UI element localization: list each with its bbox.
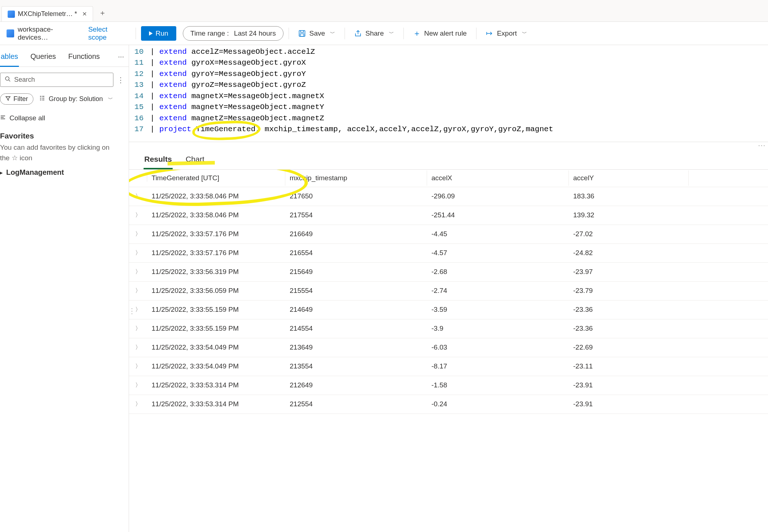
table-row[interactable]: 〉11/25/2022, 3:33:53.314 PM212649-1.58-2… bbox=[129, 376, 768, 395]
run-label: Run bbox=[156, 29, 168, 37]
cell-mxchip-timestamp: 216649 bbox=[285, 226, 427, 242]
cell-mxchip-timestamp: 215554 bbox=[285, 283, 427, 298]
results-tab-results[interactable]: Results bbox=[144, 153, 173, 169]
annotation-highlight bbox=[168, 161, 215, 165]
code-line[interactable]: | extend accelZ=MessageObject.accelZ bbox=[150, 47, 768, 57]
column-header[interactable]: TimeGenerated [UTC] bbox=[147, 170, 285, 186]
column-header[interactable]: accelY bbox=[569, 170, 689, 186]
chevron-down-icon: ﹀ bbox=[389, 30, 394, 37]
save-button[interactable]: Save ﹀ bbox=[294, 27, 339, 40]
cell-timegenerated: 11/25/2022, 3:33:55.159 PM bbox=[147, 321, 285, 336]
select-scope-link[interactable]: Select scope bbox=[88, 25, 125, 41]
query-tab[interactable]: MXChipTelemetr… * ✕ bbox=[1, 6, 93, 21]
table-row[interactable]: 〉11/25/2022, 3:33:55.159 PM214649-3.59-2… bbox=[129, 301, 768, 319]
table-row[interactable]: 〉11/25/2022, 3:33:57.176 PM216649-4.45-2… bbox=[129, 225, 768, 244]
save-label: Save bbox=[309, 29, 325, 37]
run-button[interactable]: Run bbox=[141, 26, 176, 41]
table-row[interactable]: 〉11/25/2022, 3:33:55.159 PM214554-3.9-23… bbox=[129, 319, 768, 338]
time-range-picker[interactable]: Time range : Last 24 hours bbox=[183, 26, 284, 41]
table-row[interactable]: 〉11/25/2022, 3:33:53.314 PM212554-0.24-2… bbox=[129, 395, 768, 414]
table-row[interactable]: 〉11/25/2022, 3:33:58.046 PM217650-296.09… bbox=[129, 187, 768, 206]
line-number: 12 bbox=[129, 69, 150, 80]
cell-accely: -23.36 bbox=[569, 302, 689, 317]
line-number: 15 bbox=[129, 102, 150, 113]
svg-rect-1 bbox=[300, 34, 304, 36]
table-row[interactable]: 〉11/25/2022, 3:33:57.176 PM216554-4.57-2… bbox=[129, 244, 768, 263]
cell-timegenerated: 11/25/2022, 3:33:58.046 PM bbox=[147, 207, 285, 223]
toolbar: workspace-devices… Select scope Run Time… bbox=[0, 22, 768, 45]
sidebar-tab-queries[interactable]: Queries bbox=[30, 49, 57, 66]
expand-row-icon[interactable]: 〉 bbox=[129, 189, 147, 204]
sidebar-more-button[interactable]: ··· bbox=[112, 49, 129, 66]
scope-picker[interactable]: workspace-devices… Select scope bbox=[1, 25, 130, 41]
collapse-all-button[interactable]: Collapse all bbox=[0, 110, 129, 126]
column-header[interactable]: accelX bbox=[427, 170, 569, 186]
expand-row-icon[interactable]: 〉 bbox=[129, 283, 147, 298]
cell-accelx: -3.9 bbox=[427, 321, 569, 336]
group-by-button[interactable]: Group by: Solution ﹀ bbox=[39, 95, 113, 103]
cell-timegenerated: 11/25/2022, 3:33:55.159 PM bbox=[147, 302, 285, 317]
column-header[interactable]: mxchip_timestamp bbox=[285, 170, 427, 186]
search-input[interactable]: Search bbox=[0, 73, 113, 87]
expand-row-icon[interactable]: 〉 bbox=[129, 321, 147, 336]
cell-timegenerated: 11/25/2022, 3:33:57.176 PM bbox=[147, 226, 285, 242]
cell-timegenerated: 11/25/2022, 3:33:54.049 PM bbox=[147, 340, 285, 355]
tree-item-logmanagement[interactable]: ▸ LogManagement bbox=[0, 163, 129, 182]
workspace-icon bbox=[7, 29, 14, 37]
table-row[interactable]: 〉11/25/2022, 3:33:56.059 PM215554-2.74-2… bbox=[129, 282, 768, 301]
code-line[interactable]: | project TimeGenerated, mxchip_timestam… bbox=[150, 124, 768, 135]
time-range-label: Time range : bbox=[190, 29, 229, 37]
cell-accelx: -2.68 bbox=[427, 264, 569, 279]
filter-icon bbox=[5, 95, 11, 103]
play-icon bbox=[149, 31, 153, 36]
close-icon[interactable]: ✕ bbox=[82, 11, 87, 17]
filter-chip[interactable]: Filter bbox=[0, 93, 33, 105]
new-alert-button[interactable]: ＋ New alert rule bbox=[409, 27, 471, 40]
search-icon bbox=[5, 76, 11, 84]
code-line[interactable]: | extend magnetZ=MessageObject.magnetZ bbox=[150, 113, 768, 124]
expand-row-icon[interactable]: 〉 bbox=[129, 208, 147, 223]
line-number: 16 bbox=[129, 113, 150, 124]
table-row[interactable]: 〉11/25/2022, 3:33:54.049 PM213554-8.17-2… bbox=[129, 357, 768, 376]
export-button[interactable]: Export ﹀ bbox=[482, 27, 531, 40]
new-tab-button[interactable]: ＋ bbox=[93, 4, 112, 21]
query-editor[interactable]: 10| extend accelZ=MessageObject.accelZ11… bbox=[129, 45, 768, 142]
table-row[interactable]: 〉11/25/2022, 3:33:56.319 PM215649-2.68-2… bbox=[129, 263, 768, 282]
expand-row-icon[interactable]: 〉 bbox=[129, 246, 147, 261]
search-placeholder: Search bbox=[14, 76, 35, 84]
sidebar-tabs: ables Queries Functions ··· « bbox=[0, 45, 129, 67]
code-line[interactable]: | extend magnetY=MessageObject.magnetY bbox=[150, 102, 768, 113]
cell-accelx: -4.45 bbox=[427, 226, 569, 242]
code-line[interactable]: | extend gyroZ=MessageObject.gyroZ bbox=[150, 80, 768, 90]
favorites-hint-a: You can add favorites by clicking on bbox=[0, 144, 109, 151]
expand-row-icon[interactable]: 〉 bbox=[129, 359, 147, 374]
sidebar-tab-tables[interactable]: ables bbox=[0, 49, 19, 67]
share-button[interactable]: Share ﹀ bbox=[350, 27, 398, 40]
table-row[interactable]: 〉11/25/2022, 3:33:54.049 PM213649-6.03-2… bbox=[129, 338, 768, 357]
code-line[interactable]: | extend gyroX=MessageObject.gyroX bbox=[150, 57, 768, 68]
code-line[interactable]: | extend magnetX=MessageObject.magnetX bbox=[150, 91, 768, 102]
cell-accelx: -6.03 bbox=[427, 340, 569, 355]
sidebar: ables Queries Functions ··· « Search ⋮ F… bbox=[0, 45, 129, 532]
expand-row-icon[interactable]: 〉 bbox=[129, 397, 147, 412]
cell-timegenerated: 11/25/2022, 3:33:56.059 PM bbox=[147, 283, 285, 298]
cell-accelx: -8.17 bbox=[427, 359, 569, 374]
sidebar-kebab-icon[interactable]: ⋮ bbox=[117, 76, 124, 84]
query-tabstrip: MXChipTelemetr… * ✕ ＋ bbox=[0, 0, 768, 22]
cell-accelx: -3.59 bbox=[427, 302, 569, 317]
expand-row-icon[interactable]: 〉 bbox=[129, 265, 147, 279]
expand-row-icon[interactable]: 〉 bbox=[129, 227, 147, 242]
code-line[interactable]: | extend gyroY=MessageObject.gyroY bbox=[150, 69, 768, 80]
vertical-splitter[interactable]: ··· bbox=[129, 308, 136, 315]
group-icon bbox=[39, 95, 45, 103]
line-number: 17 bbox=[129, 124, 150, 135]
cell-mxchip-timestamp: 213649 bbox=[285, 340, 427, 355]
cell-mxchip-timestamp: 216554 bbox=[285, 245, 427, 261]
cell-accely: -23.36 bbox=[569, 321, 689, 336]
sidebar-tab-functions[interactable]: Functions bbox=[68, 49, 101, 66]
expand-row-icon[interactable]: 〉 bbox=[129, 378, 147, 393]
splitter[interactable]: ··· bbox=[129, 142, 768, 149]
expand-row-icon[interactable]: 〉 bbox=[129, 340, 147, 355]
plus-icon: ＋ bbox=[413, 30, 421, 37]
table-row[interactable]: 〉11/25/2022, 3:33:58.046 PM217554-251.44… bbox=[129, 206, 768, 225]
